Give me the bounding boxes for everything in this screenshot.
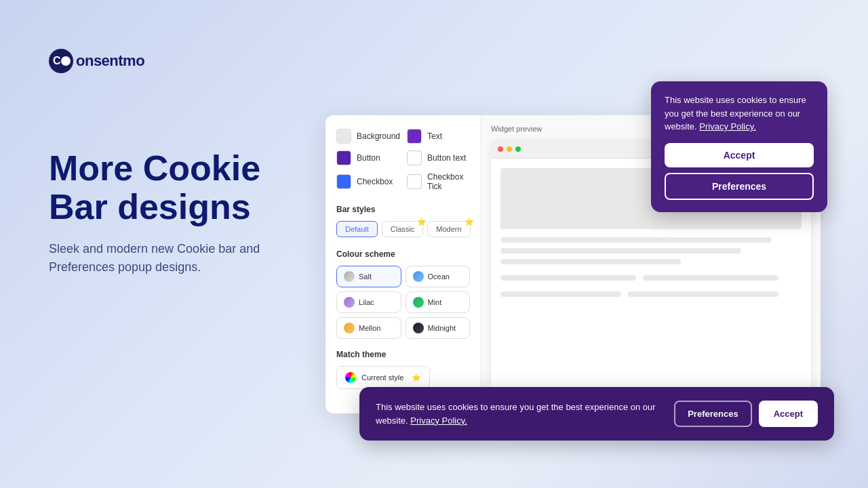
color-item-checkbox[interactable]: Checkbox xyxy=(336,172,400,191)
button-swatch xyxy=(336,150,351,165)
salt-dot xyxy=(344,271,355,282)
scheme-midnight[interactable]: Midnight xyxy=(406,317,471,339)
skeleton-col-3 xyxy=(500,291,621,297)
preferences-button-top[interactable]: Preferences xyxy=(665,173,814,200)
color-item-background[interactable]: Background xyxy=(336,129,400,144)
mellon-dot xyxy=(344,323,355,333)
cookie-banner-bottom: This website uses cookies to ensure you … xyxy=(359,387,834,441)
preferences-button-bottom[interactable]: Preferences xyxy=(674,401,751,427)
colour-scheme-label: Colour scheme xyxy=(336,249,470,259)
ocean-dot xyxy=(413,271,424,282)
checkbox-tick-swatch xyxy=(407,174,422,189)
color-item-text[interactable]: Text xyxy=(407,129,470,144)
privacy-policy-link-bottom[interactable]: Privacy Policy. xyxy=(410,415,467,426)
button-label: Button xyxy=(357,153,380,163)
accept-button-top[interactable]: Accept xyxy=(665,143,814,167)
hero-title: More Cookie Bar designs xyxy=(49,149,307,226)
color-item-button-text[interactable]: Button text xyxy=(407,150,470,165)
color-item-button[interactable]: Button xyxy=(336,150,400,165)
modern-star: ⭐ xyxy=(465,218,474,226)
cookie-banner-bottom-text: This website uses cookies to ensure you … xyxy=(376,401,660,427)
scheme-salt[interactable]: Salt xyxy=(336,266,401,287)
skeleton-col-4 xyxy=(628,291,778,297)
current-style-label: Current style xyxy=(361,373,403,382)
checkbox-tick-label: Checkbox Tick xyxy=(427,172,470,191)
skeleton-line-1 xyxy=(500,237,772,243)
scheme-ocean[interactable]: Ocean xyxy=(406,266,471,287)
bar-style-default[interactable]: Default xyxy=(336,221,378,237)
button-text-label: Button text xyxy=(427,153,466,163)
mint-dot xyxy=(413,297,424,308)
hero-subtitle: Sleek and modern new Cookie bar and Pref… xyxy=(49,240,307,277)
button-text-swatch xyxy=(407,150,422,165)
bar-styles-group: Default Classic ⭐ Modern ⭐ xyxy=(336,221,470,237)
text-label: Text xyxy=(427,131,442,141)
skeleton-col-2 xyxy=(643,275,778,281)
scheme-mellon[interactable]: Mellon xyxy=(336,317,401,339)
scheme-lilac[interactable]: Lilac xyxy=(336,291,401,313)
settings-left: Background Text Button Button text Check… xyxy=(326,115,481,413)
skeleton-line-3 xyxy=(500,259,681,264)
match-theme-label: Match theme xyxy=(336,350,470,359)
checkbox-swatch xyxy=(336,174,351,189)
background-label: Background xyxy=(357,131,400,141)
bar-styles-label: Bar styles xyxy=(336,205,470,214)
bar-style-modern[interactable]: Modern ⭐ xyxy=(427,221,470,237)
skeleton-col-1 xyxy=(500,275,636,281)
accept-button-bottom[interactable]: Accept xyxy=(759,401,818,427)
midnight-dot xyxy=(413,323,424,333)
browser-dot-yellow xyxy=(507,146,512,152)
rainbow-icon xyxy=(345,372,356,383)
lilac-dot xyxy=(344,297,355,308)
browser-dot-green xyxy=(515,146,521,152)
match-theme-star: ⭐ xyxy=(412,373,421,382)
background-swatch xyxy=(336,129,351,144)
hero-section: More Cookie Bar designs Sleek and modern… xyxy=(49,149,307,277)
match-theme-option[interactable]: Current style ⭐ xyxy=(336,366,430,389)
bar-style-classic[interactable]: Classic ⭐ xyxy=(382,221,423,237)
main-panel: Background Text Button Button text Check… xyxy=(326,81,841,434)
text-swatch xyxy=(407,129,422,144)
colour-scheme-grid: Salt Ocean Lilac Mint Mellon xyxy=(336,266,470,339)
logo-text: onsentmo xyxy=(76,52,144,70)
privacy-policy-link-top[interactable]: Privacy Policy. xyxy=(699,121,756,131)
logo: C onsentmo xyxy=(49,49,144,73)
scheme-mint[interactable]: Mint xyxy=(406,291,471,313)
banner-bottom-actions: Preferences Accept xyxy=(674,401,818,427)
skeleton-line-2 xyxy=(500,248,741,253)
classic-star: ⭐ xyxy=(417,218,427,226)
checkbox-label: Checkbox xyxy=(357,177,393,186)
color-grid: Background Text Button Button text Check… xyxy=(336,129,470,191)
logo-icon: C xyxy=(49,49,73,73)
cookie-banner-top-text: This website uses cookies to ensure you … xyxy=(665,94,814,134)
cookie-banner-top: This website uses cookies to ensure you … xyxy=(651,81,827,212)
browser-dot-red xyxy=(498,146,503,152)
color-item-checkbox-tick[interactable]: Checkbox Tick xyxy=(407,172,470,191)
